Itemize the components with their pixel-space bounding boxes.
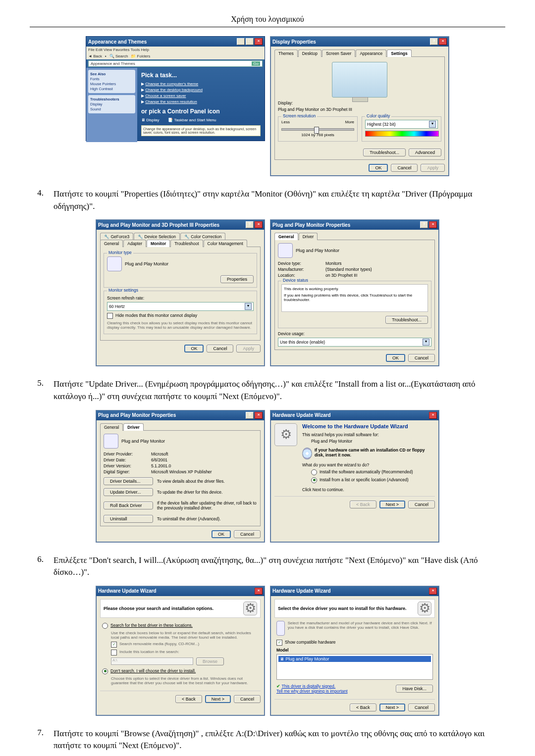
tab-device-selection[interactable]: 🔧 Device Selection <box>134 233 180 240</box>
task-link[interactable]: ▶ Change the computer's theme <box>141 82 261 86</box>
menu-bar[interactable]: File Edit View Favorites Tools Help <box>86 47 265 53</box>
maximize-button[interactable]: □ <box>246 38 254 45</box>
radio-auto-install[interactable] <box>311 469 317 475</box>
update-driver-button[interactable]: Update Driver... <box>104 488 153 496</box>
close-button[interactable]: × <box>255 38 263 45</box>
main-panel: Pick a task... ▶ Change the computer's t… <box>137 68 265 142</box>
go-button[interactable]: Go <box>252 61 260 66</box>
sidebar-link[interactable]: Display <box>90 102 133 106</box>
tab-geforce3[interactable]: 🔧 GeForce3 <box>100 233 133 240</box>
close-button[interactable]: × <box>255 221 263 228</box>
tab-general[interactable]: General <box>274 233 298 240</box>
advanced-button[interactable]: Advanced <box>409 149 441 156</box>
help-button[interactable]: ? <box>246 221 254 228</box>
cancel-button[interactable]: Cancel <box>408 354 435 362</box>
location-path-input[interactable]: A:\ <box>111 657 193 665</box>
next-button[interactable]: Next > <box>205 695 231 703</box>
troubleshoot-button[interactable]: Troubleshoot... <box>363 149 406 156</box>
cancel-button[interactable]: Cancel <box>391 164 418 172</box>
back-button[interactable]: < Back <box>350 501 376 508</box>
ok-button[interactable]: OK <box>184 345 204 353</box>
toolbar[interactable]: ◄ Back ▪ 🔍 Search 📁 Folders <box>86 53 265 59</box>
roll-back-driver-button[interactable]: Roll Back Driver <box>104 502 153 509</box>
ok-button[interactable]: OK <box>386 354 405 362</box>
back-button[interactable]: < Back <box>175 695 202 703</box>
troubleshoot-button[interactable]: Troubleshoot... <box>385 316 428 324</box>
resolution-slider[interactable] <box>281 128 354 131</box>
tab-color-correction[interactable]: 🔧 Color Correction <box>180 233 225 240</box>
troubleshooters-group: Troubleshooters Display Sound <box>88 95 135 113</box>
cancel-button[interactable]: Cancel <box>408 704 435 711</box>
next-button[interactable]: Next > <box>379 501 405 508</box>
cancel-button[interactable]: Cancel <box>234 695 261 703</box>
sidebar-link[interactable]: Sound <box>90 107 133 111</box>
checkbox-include-location[interactable] <box>111 650 117 655</box>
tab-color-management[interactable]: Color Management <box>204 240 247 247</box>
page-header: Χρήση του λογισμικού <box>30 15 505 24</box>
browse-button[interactable]: Browse <box>196 657 224 665</box>
tab-themes[interactable]: Themes <box>274 50 298 57</box>
help-button[interactable]: ? <box>430 38 438 45</box>
close-button[interactable]: × <box>429 412 437 419</box>
task-link[interactable]: ▶ Change the screen resolution <box>141 100 261 104</box>
back-button[interactable]: < Back <box>350 704 376 711</box>
device-usage-dropdown[interactable]: Use this device (enable)▾ <box>278 338 431 347</box>
tab-settings[interactable]: Settings <box>387 50 412 57</box>
model-list[interactable]: 🖥 Plug and Play Monitor <box>276 654 433 680</box>
folders-button[interactable]: 📁 Folders <box>131 54 150 58</box>
tab-monitor[interactable]: Monitor <box>147 240 170 247</box>
tab-driver[interactable]: Driver <box>299 233 318 240</box>
task-link[interactable]: ▶ Change the desktop background <box>141 88 261 92</box>
sidebar-link[interactable]: High Contrast <box>90 87 133 91</box>
cancel-button[interactable]: Cancel <box>234 530 261 538</box>
tab-screensaver[interactable]: Screen Saver <box>322 50 356 57</box>
address-bar[interactable]: Appearance and Themes Go <box>88 60 263 67</box>
minimize-button[interactable]: _ <box>237 38 245 45</box>
cancel-button[interactable]: Cancel <box>207 345 233 353</box>
checkbox-removable-media[interactable] <box>111 642 117 648</box>
next-button[interactable]: Next > <box>379 704 405 711</box>
ok-button[interactable]: OK <box>369 164 388 172</box>
tab-driver[interactable]: Driver <box>123 423 144 431</box>
sidebar-link[interactable]: Fonts <box>90 77 133 81</box>
driver-details-button[interactable]: Driver Details... <box>104 477 153 485</box>
cp-icon-display[interactable]: 🖥 Display <box>141 118 159 122</box>
have-disk-button[interactable]: Have Disk... <box>396 685 433 693</box>
close-button[interactable]: × <box>439 38 447 45</box>
tab-troubleshoot[interactable]: Troubleshoot <box>170 240 203 247</box>
cp-icon-taskbar[interactable]: 📑 Taskbar and Start Menu <box>168 118 216 122</box>
tab-general[interactable]: General <box>100 240 123 247</box>
sidebar-link[interactable]: Mouse Pointers <box>90 82 133 86</box>
description-tip: Change the appearance of your desktop, s… <box>141 125 261 136</box>
cancel-button[interactable]: Cancel <box>408 501 435 508</box>
model-list-item[interactable]: 🖥 Plug and Play Monitor <box>278 656 431 662</box>
apply-button[interactable]: Apply <box>236 345 261 353</box>
chevron-down-icon: ▾ <box>429 121 436 128</box>
refresh-rate-dropdown[interactable]: 60 Hertz▾ <box>107 302 254 311</box>
apply-button[interactable]: Apply <box>421 164 445 172</box>
why-signing-link[interactable]: Tell me why driver signing is important <box>276 689 348 694</box>
task-link[interactable]: ▶ Choose a screen saver <box>141 94 261 98</box>
tab-general[interactable]: General <box>100 423 123 431</box>
close-button[interactable]: × <box>429 588 437 595</box>
tab-adapter[interactable]: Adapter <box>123 240 146 247</box>
help-button[interactable]: ? <box>420 221 428 228</box>
help-button[interactable]: ? <box>246 412 254 419</box>
color-quality-dropdown[interactable]: Highest (32 bit)▾ <box>365 120 438 129</box>
search-button[interactable]: 🔍 Search <box>109 54 128 58</box>
close-button[interactable]: × <box>255 412 263 419</box>
checkbox-show-compatible[interactable] <box>276 640 282 646</box>
radio-install-from-list[interactable] <box>311 477 317 483</box>
ok-button[interactable]: OK <box>212 530 231 538</box>
radio-dont-search[interactable] <box>102 668 108 674</box>
properties-button[interactable]: Properties <box>220 275 254 283</box>
close-button[interactable]: × <box>429 221 437 228</box>
back-button[interactable]: ◄ Back <box>88 54 102 58</box>
hardware-update-wizard-select-driver: Hardware Update Wizard × Select the devi… <box>270 586 439 716</box>
tab-appearance[interactable]: Appearance <box>356 50 386 57</box>
tab-desktop[interactable]: Desktop <box>298 50 321 57</box>
close-button[interactable]: × <box>255 588 263 595</box>
hide-modes-checkbox[interactable] <box>107 313 113 319</box>
uninstall-button[interactable]: Uninstall <box>104 515 153 523</box>
radio-search-best-driver[interactable] <box>102 623 108 629</box>
